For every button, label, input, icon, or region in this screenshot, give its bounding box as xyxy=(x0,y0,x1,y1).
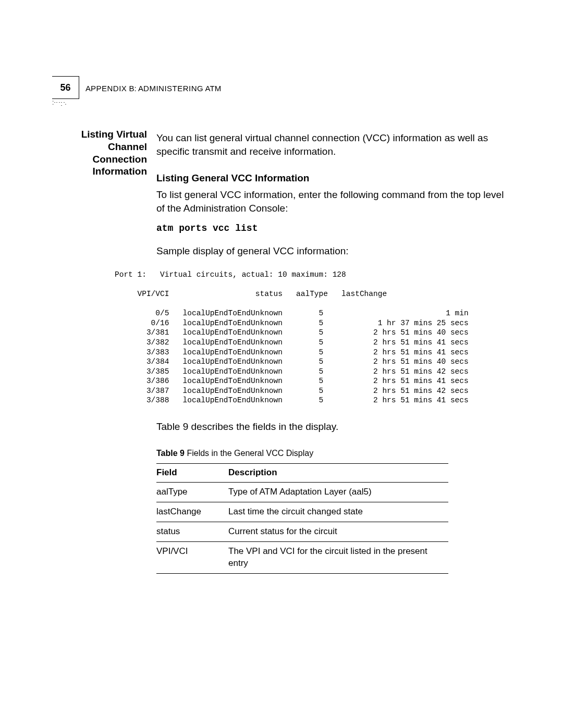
command-line: atm ports vcc list xyxy=(156,222,511,235)
cell-field: VPI/VCI xyxy=(156,541,228,573)
th-description: Description xyxy=(228,464,448,483)
cell-description: The VPI and VCI for the circuit listed i… xyxy=(228,541,448,573)
page: 56 APPENDIX B: ADMINISTERING ATM ..･････… xyxy=(0,0,563,728)
cell-field: aalType xyxy=(156,482,228,502)
vcc-listing-block: Port 1: Virtual circuits, actual: 10 max… xyxy=(115,270,511,405)
table-caption: Table 9 Fields in the General VCC Displa… xyxy=(156,448,511,459)
content-area: Listing Virtual Channel Connection Infor… xyxy=(52,125,511,574)
sub-heading: Listing General VCC Information xyxy=(156,171,511,185)
table-row: VPI/VCIThe VPI and VCI for the circuit l… xyxy=(156,541,448,573)
cell-field: lastChange xyxy=(156,502,228,522)
table-caption-rest: Fields in the General VCC Display xyxy=(185,449,313,458)
sample-label: Sample display of general VCC informatio… xyxy=(156,244,511,258)
running-head-text: APPENDIX B: ADMINISTERING ATM xyxy=(85,84,221,93)
side-heading: Listing Virtual Channel Connection Infor… xyxy=(52,128,156,178)
table-row: statusCurrent status for the circuit xyxy=(156,522,448,541)
decorative-dots: ..･････. ･ xyxy=(52,98,66,107)
cell-description: Last time the circuit changed state xyxy=(228,502,448,522)
cell-description: Current status for the circuit xyxy=(228,522,448,541)
page-number: 56 xyxy=(60,82,70,93)
table-head-row: Field Description xyxy=(156,464,448,483)
cell-description: Type of ATM Adaptation Layer (aal5) xyxy=(228,482,448,502)
page-number-frame: 56 xyxy=(52,76,79,99)
body-column: You can list general virtual channel con… xyxy=(156,128,511,574)
table-row: lastChangeLast time the circuit changed … xyxy=(156,502,448,522)
after-listing-paragraph: Table 9 describes the fields in the disp… xyxy=(156,420,511,434)
running-head: APPENDIX B: ADMINISTERING ATM xyxy=(85,84,221,93)
sub-paragraph: To list general VCC information, enter t… xyxy=(156,188,511,215)
th-field: Field xyxy=(156,464,228,483)
section-row: Listing Virtual Channel Connection Infor… xyxy=(52,128,511,574)
table-row: aalTypeType of ATM Adaptation Layer (aal… xyxy=(156,482,448,502)
cell-field: status xyxy=(156,522,228,541)
intro-paragraph: You can list general virtual channel con… xyxy=(156,131,511,158)
fields-table: Field Description aalTypeType of ATM Ada… xyxy=(156,463,448,574)
table-caption-label: Table 9 xyxy=(156,449,185,458)
